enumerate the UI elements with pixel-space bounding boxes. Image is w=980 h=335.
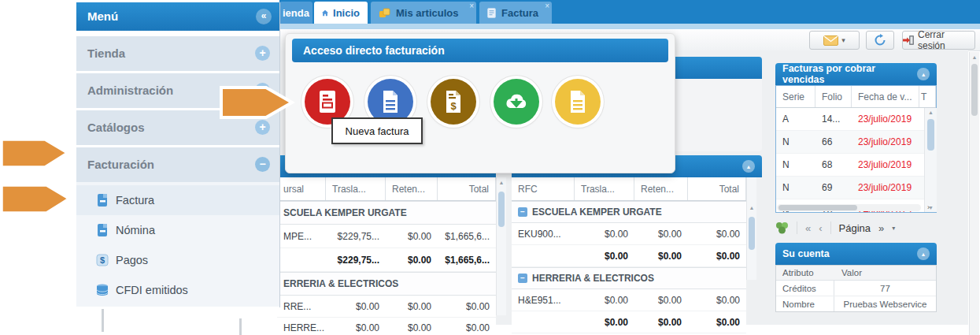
document-lines-icon	[381, 90, 400, 114]
sidebar-group-catalogos[interactable]: Catálogos +	[76, 110, 279, 145]
refresh-button[interactable]	[866, 31, 894, 50]
cell: $0.00	[575, 311, 634, 333]
tab-label: Mis articulos	[396, 7, 458, 19]
group-label: Catálogos	[87, 121, 145, 134]
scroll-right-icon[interactable]: ›	[927, 203, 930, 211]
table-row[interactable]: RRE... $0.00 $0.00 $0.00	[277, 296, 496, 318]
cell: RRE...	[277, 296, 326, 317]
overdue-table-scrollbar[interactable]: ▲ ▼	[924, 108, 937, 212]
payments-icon: $	[95, 253, 109, 267]
tab-tienda[interactable]: ienda	[279, 2, 312, 24]
svg-text:$: $	[100, 255, 105, 265]
overdue-table-hscrollbar[interactable]	[777, 204, 921, 211]
table-row[interactable]: HERRE... $0.00 $0.00 $0.00	[277, 318, 496, 335]
table-row[interactable]: EKU900... $0.00 $0.00 $0.00	[512, 223, 746, 245]
collapse-group-icon[interactable]: −	[518, 274, 527, 283]
sidebar-item-factura[interactable]: Factura	[76, 185, 279, 215]
scrollbar-thumb[interactable]	[778, 205, 857, 210]
close-icon[interactable]: ×	[545, 2, 549, 10]
tab-mis-articulos[interactable]: Mis articulos ×	[371, 2, 476, 24]
cell: MPE...	[277, 225, 326, 248]
table-row[interactable]: MPE... $229,75... $0.00 $1,665,6...	[277, 225, 496, 248]
scrollbar-thumb[interactable]	[749, 217, 755, 250]
cell: $229,75...	[326, 225, 386, 248]
scrollbar-thumb[interactable]	[927, 119, 934, 151]
header-cell[interactable]: Serie	[776, 86, 815, 107]
group-label: Facturación	[87, 158, 154, 171]
header-cell[interactable]: Trasla...	[575, 177, 634, 200]
collapse-icon[interactable]: ▲	[917, 248, 930, 260]
header-cell[interactable]: Reten...	[634, 177, 688, 200]
scroll-up-icon[interactable]: ▲	[970, 54, 979, 60]
factura-pagos-button[interactable]: $	[431, 79, 476, 125]
sidebar-group-tienda[interactable]: Tienda +	[76, 36, 279, 71]
header-cell[interactable]: Fecha de v...	[852, 86, 919, 107]
cell: EKU900...	[512, 223, 575, 244]
header-cell[interactable]: T	[919, 86, 936, 107]
cell: $0.00	[326, 318, 386, 335]
page-dropdown-icon[interactable]: ▾	[892, 225, 895, 232]
right-table-scrollbar[interactable]: ▲	[746, 177, 756, 280]
tab-label: Inicio	[333, 7, 360, 19]
table-row[interactable]: N 66 23/julio/2019	[776, 131, 936, 154]
home-icon	[322, 8, 328, 18]
cell: N	[776, 131, 815, 153]
sidebar-group-facturacion[interactable]: Facturación −	[76, 147, 279, 182]
borrador-button[interactable]	[555, 79, 601, 125]
mail-button[interactable]: ▾	[809, 31, 860, 50]
page-prev-button[interactable]: ‹	[819, 222, 822, 234]
puzzle-icon[interactable]	[775, 221, 789, 234]
scrollbar-thumb[interactable]	[971, 64, 978, 116]
collapse-icon[interactable]: ▲	[742, 160, 755, 173]
table-row[interactable]: A 14... 23/julio/2019	[776, 108, 936, 131]
page-scrollbar[interactable]: ▲	[969, 52, 979, 335]
expand-icon[interactable]: +	[255, 120, 270, 135]
tab-inicio[interactable]: Inicio	[314, 2, 368, 24]
table-row: Créditos 77	[776, 281, 936, 296]
scroll-up-icon[interactable]: ▲	[925, 110, 937, 115]
descargar-button[interactable]	[494, 79, 539, 125]
tab-bar-underline	[279, 24, 980, 29]
page-first-button[interactable]: «	[805, 222, 811, 234]
item-label: Nómina	[116, 224, 155, 236]
page-next-button[interactable]: »	[878, 222, 884, 234]
close-icon[interactable]: ×	[469, 2, 474, 10]
scroll-up-icon[interactable]: ▲	[747, 205, 756, 210]
tab-factura[interactable]: Factura ×	[479, 2, 552, 24]
collapse-group-icon[interactable]: −	[518, 207, 527, 217]
header-cell[interactable]: ursal	[277, 177, 326, 200]
header-cell[interactable]: Reten...	[386, 177, 438, 200]
logout-button[interactable]: Cerrar sesión	[902, 31, 975, 50]
group-row[interactable]: − HERRERIA & ELECTRICOS	[512, 267, 746, 289]
collapse-icon[interactable]: −	[255, 157, 270, 172]
panel-title: Facturas por cobrar vencidas	[782, 63, 917, 85]
header-cell[interactable]: Folio	[815, 86, 852, 107]
collapse-icon[interactable]: ▲	[917, 68, 930, 80]
group-row[interactable]: SCUELA KEMPER URGATE	[277, 201, 496, 225]
expand-icon[interactable]: +	[255, 83, 270, 98]
table-header-row: ursal Trasla... Reten... Total	[277, 177, 496, 201]
header-cell[interactable]: RFC	[512, 177, 575, 200]
sidebar-group-administracion[interactable]: Administración +	[76, 73, 279, 108]
sidebar-submenu: Factura Nómina $ Pagos CFDI emitidos	[76, 182, 279, 307]
header-cell[interactable]: Total	[438, 177, 496, 200]
chevron-double-left-icon[interactable]: «	[256, 9, 272, 24]
cell: $0.00	[634, 223, 688, 244]
page-artifact	[239, 318, 242, 335]
table-row[interactable]: N 68 23/julio/2019	[776, 154, 936, 177]
cell: A	[776, 108, 815, 130]
cell: $0.00	[634, 245, 688, 266]
left-table-scrollbar[interactable]: ▲	[496, 177, 506, 315]
sidebar-item-pagos[interactable]: $ Pagos	[76, 245, 279, 275]
group-row[interactable]: − ESCUELA KEMPER URGATE	[512, 201, 746, 223]
table-row[interactable]: H&E951... $0.00 $0.00 $0.00	[512, 289, 746, 311]
group-row[interactable]: ERRERIA & ELECTRICOS	[277, 272, 496, 296]
scrollbar-thumb[interactable]	[498, 192, 505, 227]
header-cell[interactable]: Total	[688, 177, 746, 200]
header-cell[interactable]: Trasla...	[326, 177, 386, 200]
table-row[interactable]: N 69 23/julio/2019	[776, 177, 936, 199]
sidebar-item-cfdi-emitidos[interactable]: CFDI emitidos	[76, 275, 279, 305]
scroll-up-icon[interactable]: ▲	[497, 180, 506, 185]
sidebar-item-nomina[interactable]: Nómina	[76, 215, 279, 245]
expand-icon[interactable]: +	[255, 46, 270, 61]
